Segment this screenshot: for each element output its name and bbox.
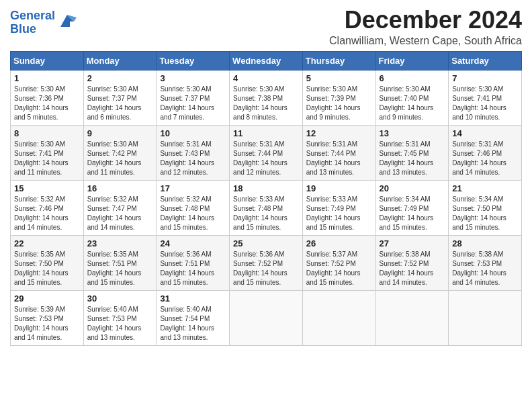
- day-number: 30: [87, 293, 153, 304]
- calendar-cell: 13Sunrise: 5:31 AM Sunset: 7:45 PM Dayli…: [375, 125, 449, 180]
- day-number: 4: [233, 73, 299, 83]
- day-info: Sunrise: 5:30 AM Sunset: 7:40 PM Dayligh…: [380, 85, 445, 122]
- calendar-week-row: 1Sunrise: 5:30 AM Sunset: 7:36 PM Daylig…: [11, 70, 522, 125]
- calendar-week-row: 29Sunrise: 5:39 AM Sunset: 7:53 PM Dayli…: [11, 290, 522, 345]
- day-number: 21: [452, 183, 518, 193]
- day-info: Sunrise: 5:39 AM Sunset: 7:53 PM Dayligh…: [14, 305, 80, 342]
- day-info: Sunrise: 5:38 AM Sunset: 7:53 PM Dayligh…: [452, 250, 518, 287]
- location-subtitle: Clanwilliam, Western Cape, South Africa: [329, 35, 522, 47]
- calendar-cell: 17Sunrise: 5:32 AM Sunset: 7:48 PM Dayli…: [157, 180, 230, 235]
- day-info: Sunrise: 5:30 AM Sunset: 7:41 PM Dayligh…: [452, 85, 518, 122]
- day-number: 3: [160, 73, 226, 83]
- weekday-header-saturday: Saturday: [449, 51, 522, 70]
- logo: General Blue: [10, 9, 77, 36]
- day-info: Sunrise: 5:30 AM Sunset: 7:42 PM Dayligh…: [87, 140, 153, 177]
- day-number: 8: [14, 128, 80, 138]
- weekday-header-row: SundayMondayTuesdayWednesdayThursdayFrid…: [11, 51, 522, 70]
- page-header: General Blue December 2024 Clanwilliam, …: [10, 7, 522, 47]
- calendar-cell: 1Sunrise: 5:30 AM Sunset: 7:36 PM Daylig…: [11, 70, 84, 125]
- weekday-header-tuesday: Tuesday: [157, 51, 230, 70]
- day-number: 1: [14, 73, 80, 83]
- calendar-cell: 5Sunrise: 5:30 AM Sunset: 7:39 PM Daylig…: [302, 70, 375, 125]
- logo-blue: Blue: [10, 22, 36, 36]
- calendar-cell: 21Sunrise: 5:34 AM Sunset: 7:50 PM Dayli…: [449, 180, 522, 235]
- day-info: Sunrise: 5:36 AM Sunset: 7:52 PM Dayligh…: [233, 250, 299, 287]
- day-info: Sunrise: 5:31 AM Sunset: 7:44 PM Dayligh…: [306, 140, 372, 177]
- day-info: Sunrise: 5:40 AM Sunset: 7:54 PM Dayligh…: [160, 305, 226, 342]
- day-number: 15: [14, 183, 80, 193]
- calendar-cell: 4Sunrise: 5:30 AM Sunset: 7:38 PM Daylig…: [230, 70, 303, 125]
- calendar-cell: 18Sunrise: 5:33 AM Sunset: 7:48 PM Dayli…: [230, 180, 303, 235]
- calendar-cell: 31Sunrise: 5:40 AM Sunset: 7:54 PM Dayli…: [157, 290, 230, 345]
- day-info: Sunrise: 5:31 AM Sunset: 7:43 PM Dayligh…: [160, 140, 226, 177]
- logo-text: General Blue: [10, 9, 55, 36]
- day-info: Sunrise: 5:40 AM Sunset: 7:53 PM Dayligh…: [87, 305, 153, 342]
- calendar-cell: 12Sunrise: 5:31 AM Sunset: 7:44 PM Dayli…: [302, 125, 375, 180]
- day-number: 17: [160, 183, 226, 193]
- day-number: 13: [380, 128, 445, 138]
- day-number: 10: [160, 128, 226, 138]
- calendar-cell: 7Sunrise: 5:30 AM Sunset: 7:41 PM Daylig…: [449, 70, 522, 125]
- calendar-cell: 28Sunrise: 5:38 AM Sunset: 7:53 PM Dayli…: [449, 235, 522, 290]
- day-info: Sunrise: 5:30 AM Sunset: 7:39 PM Dayligh…: [306, 85, 372, 122]
- day-info: Sunrise: 5:30 AM Sunset: 7:41 PM Dayligh…: [14, 140, 80, 177]
- day-number: 31: [160, 293, 226, 304]
- day-info: Sunrise: 5:30 AM Sunset: 7:38 PM Dayligh…: [233, 85, 299, 122]
- day-info: Sunrise: 5:35 AM Sunset: 7:50 PM Dayligh…: [14, 250, 80, 287]
- day-info: Sunrise: 5:32 AM Sunset: 7:47 PM Dayligh…: [87, 195, 153, 232]
- day-number: 2: [87, 73, 153, 83]
- calendar-cell: 14Sunrise: 5:31 AM Sunset: 7:46 PM Dayli…: [449, 125, 522, 180]
- day-info: Sunrise: 5:33 AM Sunset: 7:49 PM Dayligh…: [306, 195, 372, 232]
- weekday-header-sunday: Sunday: [11, 51, 84, 70]
- calendar-cell: 10Sunrise: 5:31 AM Sunset: 7:43 PM Dayli…: [157, 125, 230, 180]
- logo-icon: [58, 12, 77, 31]
- day-number: 9: [87, 128, 153, 138]
- calendar-cell: 25Sunrise: 5:36 AM Sunset: 7:52 PM Dayli…: [230, 235, 303, 290]
- day-info: Sunrise: 5:31 AM Sunset: 7:46 PM Dayligh…: [452, 140, 518, 177]
- calendar-table: SundayMondayTuesdayWednesdayThursdayFrid…: [10, 51, 522, 346]
- calendar-week-row: 22Sunrise: 5:35 AM Sunset: 7:50 PM Dayli…: [11, 235, 522, 290]
- calendar-cell: [449, 290, 522, 345]
- day-number: 27: [380, 238, 445, 248]
- calendar-cell: [375, 290, 449, 345]
- day-number: 25: [233, 238, 299, 248]
- day-number: 12: [306, 128, 372, 138]
- calendar-cell: 29Sunrise: 5:39 AM Sunset: 7:53 PM Dayli…: [11, 290, 84, 345]
- day-info: Sunrise: 5:35 AM Sunset: 7:51 PM Dayligh…: [87, 250, 153, 287]
- day-info: Sunrise: 5:36 AM Sunset: 7:51 PM Dayligh…: [160, 250, 226, 287]
- day-info: Sunrise: 5:30 AM Sunset: 7:37 PM Dayligh…: [87, 85, 153, 122]
- calendar-cell: 23Sunrise: 5:35 AM Sunset: 7:51 PM Dayli…: [83, 235, 157, 290]
- calendar-week-row: 15Sunrise: 5:32 AM Sunset: 7:46 PM Dayli…: [11, 180, 522, 235]
- day-number: 24: [160, 238, 226, 248]
- day-number: 16: [87, 183, 153, 193]
- calendar-cell: 19Sunrise: 5:33 AM Sunset: 7:49 PM Dayli…: [302, 180, 375, 235]
- day-info: Sunrise: 5:34 AM Sunset: 7:50 PM Dayligh…: [452, 195, 518, 232]
- day-info: Sunrise: 5:31 AM Sunset: 7:44 PM Dayligh…: [233, 140, 299, 177]
- day-number: 14: [452, 128, 518, 138]
- calendar-cell: 27Sunrise: 5:38 AM Sunset: 7:52 PM Dayli…: [375, 235, 449, 290]
- day-number: 11: [233, 128, 299, 138]
- calendar-cell: 20Sunrise: 5:34 AM Sunset: 7:49 PM Dayli…: [375, 180, 449, 235]
- weekday-header-wednesday: Wednesday: [230, 51, 303, 70]
- calendar-cell: 2Sunrise: 5:30 AM Sunset: 7:37 PM Daylig…: [83, 70, 157, 125]
- calendar-cell: 30Sunrise: 5:40 AM Sunset: 7:53 PM Dayli…: [83, 290, 157, 345]
- calendar-cell: 22Sunrise: 5:35 AM Sunset: 7:50 PM Dayli…: [11, 235, 84, 290]
- day-info: Sunrise: 5:31 AM Sunset: 7:45 PM Dayligh…: [380, 140, 445, 177]
- calendar-week-row: 8Sunrise: 5:30 AM Sunset: 7:41 PM Daylig…: [11, 125, 522, 180]
- calendar-cell: 24Sunrise: 5:36 AM Sunset: 7:51 PM Dayli…: [157, 235, 230, 290]
- calendar-cell: [230, 290, 303, 345]
- day-number: 22: [14, 238, 80, 248]
- calendar-cell: 8Sunrise: 5:30 AM Sunset: 7:41 PM Daylig…: [11, 125, 84, 180]
- day-number: 20: [380, 183, 445, 193]
- title-area: December 2024 Clanwilliam, Western Cape,…: [329, 7, 522, 47]
- calendar-cell: 9Sunrise: 5:30 AM Sunset: 7:42 PM Daylig…: [83, 125, 157, 180]
- day-number: 18: [233, 183, 299, 193]
- day-info: Sunrise: 5:34 AM Sunset: 7:49 PM Dayligh…: [380, 195, 445, 232]
- day-number: 19: [306, 183, 372, 193]
- weekday-header-thursday: Thursday: [302, 51, 375, 70]
- day-info: Sunrise: 5:30 AM Sunset: 7:36 PM Dayligh…: [14, 85, 80, 122]
- day-info: Sunrise: 5:32 AM Sunset: 7:46 PM Dayligh…: [14, 195, 80, 232]
- month-title: December 2024: [329, 7, 522, 34]
- day-info: Sunrise: 5:38 AM Sunset: 7:52 PM Dayligh…: [380, 250, 445, 287]
- calendar-cell: 3Sunrise: 5:30 AM Sunset: 7:37 PM Daylig…: [157, 70, 230, 125]
